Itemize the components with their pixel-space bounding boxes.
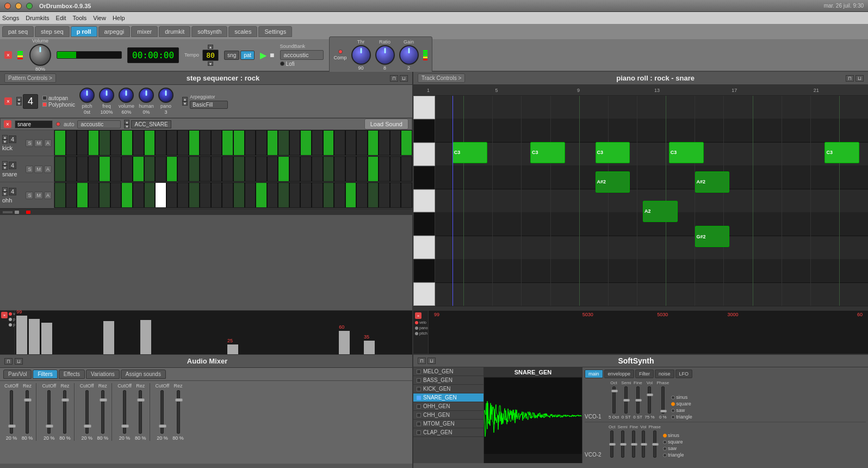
- rez-thumb-3[interactable]: [100, 398, 107, 402]
- ratio-knob[interactable]: [375, 45, 395, 65]
- ohh-step-15[interactable]: [222, 182, 233, 208]
- snare-down[interactable]: ▼: [2, 165, 8, 170]
- acc-snare-up[interactable]: ▲: [124, 120, 129, 124]
- cutoff-thumb-2[interactable]: [46, 424, 53, 428]
- snare-step-16[interactable]: [233, 156, 245, 182]
- vco1-square-radio[interactable]: [671, 402, 675, 406]
- pr-vel-close[interactable]: ×: [415, 312, 421, 319]
- tempo-up[interactable]: ▲: [208, 45, 213, 49]
- kick-step-14[interactable]: [211, 130, 222, 156]
- kick-step-28[interactable]: [368, 130, 379, 156]
- ohh-step-8[interactable]: [144, 182, 156, 208]
- rez-thumb-5[interactable]: [175, 398, 183, 402]
- vel-close[interactable]: ×: [1, 312, 8, 318]
- kick-up[interactable]: ▲: [2, 135, 8, 139]
- cutoff-fader-5[interactable]: [160, 390, 164, 434]
- cutoff-thumb-5[interactable]: [159, 424, 166, 428]
- volume-ss-knob[interactable]: [119, 88, 134, 103]
- vco2-vol-thumb[interactable]: [641, 443, 647, 446]
- vco2-saw-radio[interactable]: [663, 447, 667, 451]
- ss-expand1[interactable]: ⊓: [418, 358, 426, 364]
- ss-expand2[interactable]: ⊔: [427, 358, 436, 364]
- kick-step-25[interactable]: [334, 130, 345, 156]
- kick-step-9[interactable]: [155, 130, 166, 156]
- vco2-triangle[interactable]: triangle: [663, 452, 684, 458]
- kick-step-7[interactable]: [133, 130, 144, 156]
- pr-expand1[interactable]: ⊓: [846, 75, 854, 82]
- vco1-saw[interactable]: saw: [671, 408, 692, 413]
- rez-fader-4[interactable]: [139, 390, 142, 434]
- rez-fader-3[interactable]: [101, 390, 104, 434]
- ohh-step-30[interactable]: [390, 182, 401, 208]
- note-a2[interactable]: A2: [643, 201, 678, 222]
- snare-step-15[interactable]: [222, 156, 233, 182]
- mixer-tab-assign[interactable]: Assign sounds: [121, 370, 166, 379]
- pat-btn[interactable]: pat: [240, 51, 255, 60]
- kick-down[interactable]: ▼: [2, 139, 8, 144]
- kick-m[interactable]: M: [34, 139, 43, 147]
- instrument-input[interactable]: [15, 120, 53, 128]
- snare-step-5[interactable]: [110, 156, 122, 182]
- ohh-m[interactable]: M: [34, 192, 43, 199]
- cutoff-thumb-3[interactable]: [84, 424, 91, 428]
- vel-bar-28[interactable]: [364, 341, 375, 354]
- kick-step-23[interactable]: [312, 130, 323, 156]
- tab-arpeggi[interactable]: arpeggi: [98, 26, 131, 37]
- note-c3-1[interactable]: C3: [452, 142, 487, 163]
- note-as2-1[interactable]: A#2: [596, 171, 630, 193]
- timesig-up[interactable]: ▲: [16, 97, 22, 101]
- ohh-down[interactable]: ▼: [2, 192, 8, 196]
- note-c3-4[interactable]: C3: [669, 142, 704, 163]
- mixer-tab-panvol[interactable]: Pan/Vol: [3, 370, 32, 379]
- kick-step-15[interactable]: [222, 130, 233, 156]
- cutoff-fader-4[interactable]: [123, 390, 126, 434]
- kick-step-16[interactable]: [233, 130, 245, 156]
- snare-m[interactable]: M: [34, 165, 43, 173]
- step-seq-expand1[interactable]: ⊓: [390, 75, 398, 82]
- ohh-step-2[interactable]: [77, 182, 88, 208]
- ohh-step-16[interactable]: [233, 182, 245, 208]
- menu-help[interactable]: Help: [113, 15, 125, 21]
- tab-drumkit[interactable]: drumkit: [159, 26, 190, 37]
- vco2-sinus[interactable]: sinus: [663, 433, 684, 438]
- ohh-s[interactable]: S: [26, 192, 33, 199]
- vco1-fine-fader[interactable]: [636, 386, 640, 414]
- vel-bar-17[interactable]: [227, 344, 238, 354]
- vco2-square[interactable]: square: [663, 439, 684, 445]
- kick-step-2[interactable]: [77, 130, 88, 156]
- mixer-expand[interactable]: ⊓: [4, 358, 13, 365]
- vel-bar-7[interactable]: [103, 321, 114, 354]
- snare-step-13[interactable]: [200, 156, 211, 182]
- sng-btn[interactable]: sng: [224, 51, 239, 60]
- snare-step-22[interactable]: [300, 156, 312, 182]
- snare-s[interactable]: S: [26, 165, 33, 173]
- cutoff-thumb-4[interactable]: [121, 424, 129, 428]
- rez-thumb-1[interactable]: [24, 398, 32, 402]
- snare-step-1[interactable]: [66, 156, 77, 182]
- ohh-step-14[interactable]: [211, 182, 222, 208]
- ss-tab-filter[interactable]: Filter: [635, 370, 654, 378]
- ohh-step-18[interactable]: [256, 182, 267, 208]
- kick-step-27[interactable]: [356, 130, 368, 156]
- snare-step-19[interactable]: [267, 156, 278, 182]
- ohh-step-19[interactable]: [267, 182, 278, 208]
- vco1-sinus[interactable]: sinus: [671, 395, 692, 400]
- stop-btn[interactable]: ■: [270, 51, 274, 59]
- vco2-fine-fader[interactable]: [632, 430, 635, 458]
- ohh-step-25[interactable]: [334, 182, 345, 208]
- ohh-step-23[interactable]: [312, 182, 323, 208]
- acc-snare-down[interactable]: ▼: [124, 124, 129, 128]
- rez-thumb-4[interactable]: [137, 398, 145, 402]
- arp-down[interactable]: ▼: [182, 101, 188, 106]
- ohh-a[interactable]: A: [44, 192, 52, 199]
- kick-s[interactable]: S: [26, 139, 33, 147]
- menu-songs[interactable]: Songs: [2, 15, 19, 21]
- kick-step-4[interactable]: [99, 130, 110, 156]
- soundbank-select[interactable]: accoustic: [280, 50, 324, 60]
- kick-step-22[interactable]: [300, 130, 312, 156]
- ohh-step-9[interactable]: [155, 182, 166, 208]
- ohh-step-21[interactable]: [289, 182, 301, 208]
- kick-step-18[interactable]: [256, 130, 267, 156]
- snare-step-11[interactable]: [177, 156, 189, 182]
- kick-a[interactable]: A: [44, 139, 52, 147]
